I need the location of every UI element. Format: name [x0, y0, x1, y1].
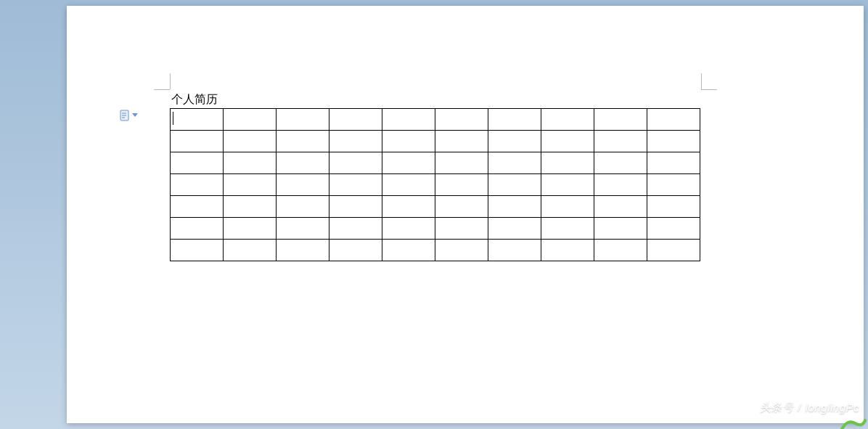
table-cell[interactable] [541, 131, 594, 152]
watermark-author: longlingPc [806, 401, 859, 414]
table-cell[interactable] [488, 196, 541, 218]
table-cell[interactable] [329, 196, 382, 218]
table-cell[interactable] [647, 218, 700, 240]
table-cell[interactable] [277, 196, 329, 218]
table-cell[interactable] [647, 174, 700, 196]
watermark-separator: / [798, 401, 801, 414]
table-cell[interactable] [382, 174, 435, 196]
table-row[interactable] [171, 152, 700, 174]
document-page[interactable]: 个人简历 [67, 6, 864, 423]
table-row[interactable] [171, 109, 700, 131]
watermark: 头条号 / longlingPc [744, 401, 859, 414]
table-row[interactable] [171, 240, 700, 261]
text-cursor [173, 112, 173, 125]
table-cell[interactable] [594, 131, 647, 152]
table-cell[interactable] [541, 109, 594, 131]
table-cell[interactable] [171, 240, 224, 261]
document-icon [120, 110, 130, 121]
table-cell[interactable] [224, 174, 277, 196]
table-cell[interactable] [647, 152, 700, 174]
table-cell[interactable] [171, 196, 224, 218]
table-cell[interactable] [277, 240, 329, 261]
table-cell[interactable] [224, 152, 277, 174]
table-cell[interactable] [541, 196, 594, 218]
table-cell[interactable] [382, 196, 435, 218]
table-cell[interactable] [594, 196, 647, 218]
table-cell[interactable] [435, 174, 488, 196]
table-cell[interactable] [435, 218, 488, 240]
table-row[interactable] [171, 131, 700, 152]
resume-table[interactable] [170, 108, 700, 261]
table-cell[interactable] [277, 131, 329, 152]
table-cell[interactable] [488, 240, 541, 261]
table-cell[interactable] [382, 131, 435, 152]
margin-mark [701, 73, 702, 89]
table-cell[interactable] [435, 152, 488, 174]
table-cell[interactable] [224, 218, 277, 240]
table-cell[interactable] [277, 152, 329, 174]
table-cell[interactable] [329, 218, 382, 240]
table-cell[interactable] [329, 174, 382, 196]
table-cell[interactable] [171, 218, 224, 240]
table-cell[interactable] [277, 174, 329, 196]
table-cell[interactable] [647, 196, 700, 218]
table-cell[interactable] [171, 131, 224, 152]
table-cell[interactable] [329, 240, 382, 261]
table-cell[interactable] [277, 218, 329, 240]
table-cell[interactable] [541, 240, 594, 261]
table-cell[interactable] [224, 109, 277, 131]
table-cell[interactable] [224, 131, 277, 152]
table-cell[interactable] [488, 131, 541, 152]
table-cell[interactable] [224, 240, 277, 261]
table-cell[interactable] [171, 109, 224, 131]
table-cell[interactable] [224, 196, 277, 218]
table-cell[interactable] [382, 218, 435, 240]
table-cell[interactable] [277, 109, 329, 131]
table-cell[interactable] [594, 174, 647, 196]
table-cell[interactable] [435, 240, 488, 261]
table-cell[interactable] [382, 109, 435, 131]
watermark-logo-icon [744, 402, 756, 414]
table-cell[interactable] [647, 240, 700, 261]
table-cell[interactable] [488, 109, 541, 131]
table-cell[interactable] [435, 196, 488, 218]
table-cell[interactable] [594, 109, 647, 131]
document-title[interactable]: 个人简历 [171, 91, 218, 107]
table-cell[interactable] [329, 152, 382, 174]
table-cell[interactable] [647, 131, 700, 152]
margin-mark [701, 89, 717, 90]
chevron-down-icon [132, 113, 138, 118]
table-cell[interactable] [594, 240, 647, 261]
table-cell[interactable] [171, 152, 224, 174]
table-row[interactable] [171, 174, 700, 196]
margin-mark [170, 73, 171, 89]
table-cell[interactable] [171, 174, 224, 196]
table-cell[interactable] [541, 152, 594, 174]
table-cell[interactable] [329, 109, 382, 131]
table-cell[interactable] [329, 131, 382, 152]
paste-options-button[interactable] [120, 110, 138, 121]
table-cell[interactable] [382, 240, 435, 261]
table-cell[interactable] [594, 152, 647, 174]
table-cell[interactable] [382, 152, 435, 174]
table-cell[interactable] [488, 152, 541, 174]
table-cell[interactable] [541, 174, 594, 196]
table-cell[interactable] [488, 174, 541, 196]
margin-mark [154, 89, 170, 90]
table-cell[interactable] [435, 109, 488, 131]
table-row[interactable] [171, 218, 700, 240]
table-cell[interactable] [647, 109, 700, 131]
table-cell[interactable] [435, 131, 488, 152]
table-cell[interactable] [488, 218, 541, 240]
watermark-prefix: 头条号 [760, 401, 794, 414]
table-cell[interactable] [594, 218, 647, 240]
corner-badge-icon [838, 416, 867, 429]
table-row[interactable] [171, 196, 700, 218]
table-cell[interactable] [541, 218, 594, 240]
